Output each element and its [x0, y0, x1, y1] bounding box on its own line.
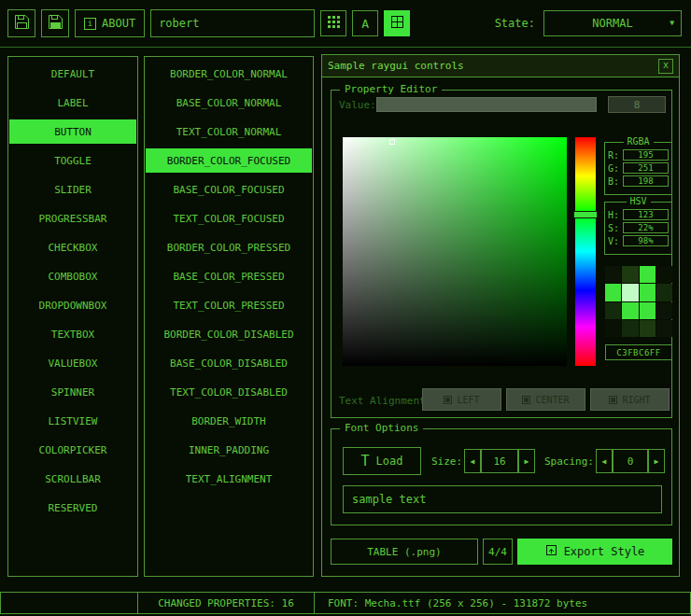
controls-item-combobox[interactable]: COMBOBOX — [9, 264, 136, 288]
sample-text-input[interactable] — [343, 485, 662, 513]
palette-swatch[interactable] — [605, 266, 621, 283]
property-item-text-alignment[interactable]: TEXT_ALIGNMENT — [146, 467, 312, 491]
saturation-value-box[interactable]: 22% — [623, 222, 669, 233]
about-button[interactable]: i ABOUT — [75, 9, 145, 37]
align-right-label: RIGHT — [622, 395, 650, 405]
property-item-base-color-pressed[interactable]: BASE_COLOR_PRESSED — [146, 264, 312, 288]
controls-item-button[interactable]: BUTTON — [9, 119, 136, 144]
controls-item-default[interactable]: DEFAULT — [9, 62, 136, 86]
palette-swatch[interactable] — [656, 284, 672, 301]
red-label: R: — [608, 150, 623, 161]
palette-swatch[interactable] — [640, 320, 656, 337]
controls-item-label[interactable]: LABEL — [9, 91, 136, 115]
controls-item-scrollbar[interactable]: SCROLLBAR — [9, 467, 136, 491]
red-value-box[interactable]: 195 — [623, 149, 669, 161]
size-decrease-button[interactable]: ◀ — [464, 449, 481, 473]
property-item-base-color-disabled[interactable]: BASE_COLOR_DISABLED — [146, 351, 312, 375]
property-item-base-color-normal[interactable]: BASE_COLOR_NORMAL — [146, 91, 312, 115]
property-item-border-color-focused[interactable]: BORDER_COLOR_FOCUSED — [146, 148, 312, 173]
font-load-label: Load — [376, 455, 403, 468]
property-editor-group-label: Property Editor — [340, 83, 442, 96]
align-left-button[interactable]: LEFT — [422, 388, 501, 411]
saturation-value-row: S: 22% — [608, 222, 669, 233]
close-button[interactable]: x — [658, 59, 673, 74]
property-item-text-color-normal[interactable]: TEXT_COLOR_NORMAL — [146, 119, 312, 144]
property-item-border-color-pressed[interactable]: BORDER_COLOR_PRESSED — [146, 235, 312, 259]
size-increase-button[interactable]: ▶ — [518, 449, 535, 473]
save-style-button[interactable] — [7, 9, 35, 37]
state-dropdown[interactable]: NORMAL ▼ — [543, 10, 682, 36]
controls-item-checkbox[interactable]: CHECKBOX — [9, 235, 136, 259]
arrow-left-icon: ◀ — [471, 457, 475, 466]
property-item-border-color-normal[interactable]: BORDER_COLOR_NORMAL — [146, 62, 312, 86]
export-pages-value[interactable]: 4/4 — [483, 539, 513, 565]
value-hsv-box[interactable]: 98% — [623, 235, 669, 246]
hue-slider[interactable] — [575, 137, 596, 366]
hsv-group: HSV H: 123 S: 22% V: 98% — [604, 202, 672, 255]
spacing-decrease-button[interactable]: ◀ — [596, 449, 613, 473]
palette-swatch[interactable] — [605, 302, 621, 319]
controls-item-toggle[interactable]: TOGGLE — [9, 148, 136, 173]
controls-item-textbox[interactable]: TEXTBOX — [9, 322, 136, 346]
palette-swatch[interactable] — [622, 266, 638, 283]
controls-item-valuebox[interactable]: VALUEBOX — [9, 351, 136, 375]
green-value-row: G: 251 — [608, 162, 669, 174]
window-titlebar[interactable]: Sample raygui controls x — [322, 55, 679, 77]
palette-swatch[interactable] — [640, 284, 656, 301]
color-picker-cursor[interactable] — [389, 139, 395, 145]
style-name-input[interactable] — [150, 9, 315, 37]
controls-item-listview[interactable]: LISTVIEW — [9, 409, 136, 433]
blue-label: B: — [608, 176, 623, 187]
hex-value-box[interactable]: C3FBC6FF — [605, 344, 672, 360]
controls-view-button[interactable] — [384, 10, 410, 36]
property-item-inner-padding[interactable]: INNER_PADDING — [146, 438, 312, 462]
property-editor-group: Property Editor Value: 8 RGBA R: 195 G: … — [331, 90, 672, 418]
controls-item-dropdownbox[interactable]: DROPDOWNBOX — [9, 293, 136, 317]
palette-swatch[interactable] — [605, 284, 621, 301]
property-item-border-width[interactable]: BORDER_WIDTH — [146, 409, 312, 433]
palette-swatch[interactable] — [622, 284, 638, 301]
align-center-button[interactable]: CENTER — [506, 388, 585, 411]
export-format-button[interactable]: TABLE (.png) — [331, 539, 478, 565]
property-item-base-color-focused[interactable]: BASE_COLOR_FOCUSED — [146, 177, 312, 202]
status-bar: CHANGED PROPERTIES: 16 FONT: Mecha.ttf (… — [0, 592, 691, 614]
palette-swatch[interactable] — [656, 266, 672, 283]
property-item-text-color-disabled[interactable]: TEXT_COLOR_DISABLED — [146, 380, 312, 404]
spacing-increase-button[interactable]: ▶ — [648, 449, 665, 473]
style-table-view-button[interactable] — [320, 10, 346, 36]
hue-value-box[interactable]: 123 — [623, 209, 669, 220]
value-slider[interactable] — [376, 97, 597, 112]
color-saturation-value-panel[interactable] — [343, 137, 567, 366]
palette-swatch[interactable] — [622, 302, 638, 319]
controls-list: DEFAULT LABEL BUTTON TOGGLE SLIDER PROGR… — [7, 56, 138, 577]
blue-value-box[interactable]: 198 — [623, 175, 669, 187]
export-style-button[interactable]: Export Style — [517, 539, 672, 565]
palette-swatch[interactable] — [640, 302, 656, 319]
hue-slider-handle[interactable] — [573, 211, 598, 218]
size-value-box[interactable]: 16 — [481, 449, 518, 473]
controls-item-spinner[interactable]: SPINNER — [9, 380, 136, 404]
property-item-text-color-focused[interactable]: TEXT_COLOR_FOCUSED — [146, 206, 312, 231]
controls-item-slider[interactable]: SLIDER — [9, 177, 136, 202]
font-load-button[interactable]: T Load — [343, 447, 421, 475]
spacing-value-box[interactable]: 0 — [613, 449, 648, 473]
palette-swatch[interactable] — [656, 320, 672, 337]
status-segment-empty — [0, 592, 138, 614]
align-center-icon — [522, 396, 530, 404]
green-value-box[interactable]: 251 — [623, 162, 669, 174]
align-right-button[interactable]: RIGHT — [590, 388, 670, 411]
property-item-border-color-disabled[interactable]: BORDER_COLOR_DISABLED — [146, 322, 312, 346]
palette-swatch[interactable] — [640, 266, 656, 283]
save-style-as-button[interactable] — [41, 9, 69, 37]
property-item-text-color-pressed[interactable]: TEXT_COLOR_PRESSED — [146, 293, 312, 317]
controls-item-colorpicker[interactable]: COLORPICKER — [9, 438, 136, 462]
controls-item-progressbar[interactable]: PROGRESSBAR — [9, 206, 136, 231]
palette-swatch[interactable] — [622, 320, 638, 337]
controls-item-reserved[interactable]: RESERVED — [9, 496, 136, 520]
arrow-left-icon: ◀ — [602, 457, 607, 466]
palette-swatch[interactable] — [656, 302, 672, 319]
align-right-icon — [609, 396, 617, 404]
value-button[interactable]: 8 — [608, 96, 666, 113]
font-view-button[interactable]: A — [352, 10, 378, 36]
palette-swatch[interactable] — [605, 320, 621, 337]
